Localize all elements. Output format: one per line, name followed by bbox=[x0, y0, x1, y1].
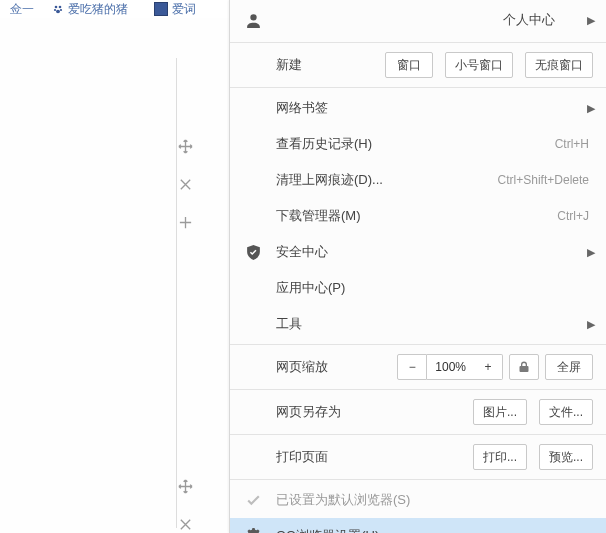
tab-label: 爱吃猪的猪 bbox=[68, 1, 128, 18]
zoom-value: 100% bbox=[427, 354, 474, 380]
add-icon[interactable] bbox=[177, 214, 193, 230]
menu-label: 工具 bbox=[276, 315, 302, 333]
menu-history[interactable]: 查看历史记录(H) Ctrl+H bbox=[230, 126, 606, 162]
favicon-blue-icon bbox=[154, 2, 168, 16]
menu-label: 打印页面 bbox=[276, 448, 328, 466]
menu-tools[interactable]: 工具 ▶ bbox=[230, 306, 606, 342]
chevron-right-icon: ▶ bbox=[587, 318, 595, 331]
menu-label: 安全中心 bbox=[276, 243, 328, 261]
new-incognito-button[interactable]: 无痕窗口 bbox=[525, 52, 593, 78]
menu-security[interactable]: 安全中心 ▶ bbox=[230, 234, 606, 270]
menu-label: QQ浏览器设置(U) bbox=[276, 527, 379, 533]
menu-label: 网页另存为 bbox=[276, 403, 341, 421]
save-file-button[interactable]: 文件... bbox=[539, 399, 593, 425]
menu-new[interactable]: 新建 窗口 小号窗口 无痕窗口 bbox=[230, 45, 606, 85]
menu-label: 个人中心 bbox=[503, 11, 555, 29]
close-icon[interactable] bbox=[177, 516, 193, 532]
move-icon[interactable] bbox=[177, 138, 193, 154]
check-icon bbox=[244, 491, 262, 509]
menu-zoom: 网页缩放 − 100% + 全屏 bbox=[230, 347, 606, 387]
menu-label: 查看历史记录(H) bbox=[276, 135, 372, 153]
menu-label: 已设置为默认浏览器(S) bbox=[276, 491, 410, 509]
gear-icon bbox=[244, 527, 262, 533]
tab-label: 爱词 bbox=[172, 1, 196, 18]
menu-label: 应用中心(P) bbox=[276, 279, 345, 297]
close-icon[interactable] bbox=[177, 176, 193, 192]
menu-save-as: 网页另存为 图片... 文件... bbox=[230, 392, 606, 432]
menu-label: 新建 bbox=[276, 56, 302, 74]
menu-downloads[interactable]: 下载管理器(M) Ctrl+J bbox=[230, 198, 606, 234]
menu-default-browser: 已设置为默认浏览器(S) bbox=[230, 482, 606, 518]
shield-icon bbox=[244, 243, 262, 261]
menu-label: 下载管理器(M) bbox=[276, 207, 361, 225]
menu-bookmarks[interactable]: 网络书签 ▶ bbox=[230, 90, 606, 126]
menu-settings[interactable]: QQ浏览器设置(U) bbox=[230, 518, 606, 533]
menu-label: 网页缩放 bbox=[276, 358, 328, 376]
print-preview-button[interactable]: 预览... bbox=[539, 444, 593, 470]
zoom-lock-button[interactable] bbox=[509, 354, 539, 380]
tab-text: 佥一 bbox=[10, 1, 34, 18]
main-menu: 个人中心 ▶ 新建 窗口 小号窗口 无痕窗口 网络书签 ▶ 查看历史记录(H) … bbox=[229, 0, 606, 533]
move-icon[interactable] bbox=[177, 478, 193, 494]
shortcut: Ctrl+Shift+Delete bbox=[498, 173, 589, 187]
chevron-right-icon: ▶ bbox=[587, 14, 595, 27]
shortcut: Ctrl+J bbox=[557, 209, 589, 223]
menu-clear-traces[interactable]: 清理上网痕迹(D)... Ctrl+Shift+Delete bbox=[230, 162, 606, 198]
zoom-in-button[interactable]: + bbox=[474, 354, 503, 380]
menu-print: 打印页面 打印... 预览... bbox=[230, 437, 606, 477]
tab-pig[interactable]: 爱吃猪的猪 bbox=[46, 0, 134, 18]
user-icon bbox=[244, 11, 262, 29]
print-button[interactable]: 打印... bbox=[473, 444, 527, 470]
tab-dict[interactable]: 爱词 bbox=[148, 0, 202, 18]
fullscreen-button[interactable]: 全屏 bbox=[545, 354, 593, 380]
menu-label: 网络书签 bbox=[276, 99, 328, 117]
chevron-right-icon: ▶ bbox=[587, 102, 595, 115]
new-window-button[interactable]: 窗口 bbox=[385, 52, 433, 78]
save-image-button[interactable]: 图片... bbox=[473, 399, 527, 425]
tab-fragment-left: 佥一 bbox=[4, 0, 40, 18]
new-small-window-button[interactable]: 小号窗口 bbox=[445, 52, 513, 78]
menu-label: 清理上网痕迹(D)... bbox=[276, 171, 383, 189]
chevron-right-icon: ▶ bbox=[587, 246, 595, 259]
menu-apps[interactable]: 应用中心(P) bbox=[230, 270, 606, 306]
shortcut: Ctrl+H bbox=[555, 137, 589, 151]
favicon-paw-icon bbox=[52, 3, 64, 15]
zoom-out-button[interactable]: − bbox=[397, 354, 427, 380]
menu-profile[interactable]: 个人中心 ▶ bbox=[230, 0, 606, 40]
